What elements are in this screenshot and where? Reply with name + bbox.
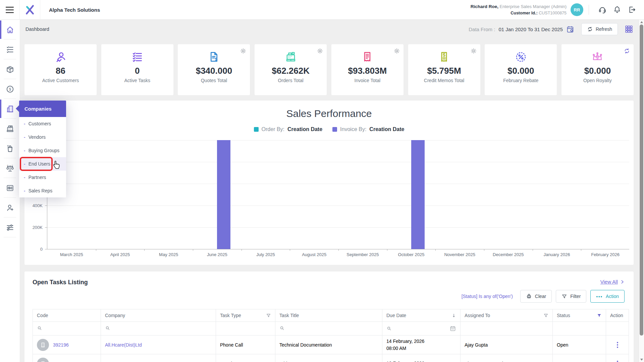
dashboard-grid-icon[interactable] [625, 25, 633, 34]
sidebar-item-accounting[interactable]: D C [0, 158, 20, 178]
calendar-icon[interactable] [449, 325, 456, 332]
search-icon [386, 326, 392, 331]
company-search-cell[interactable] [101, 322, 216, 336]
assigned-to-filter-cell[interactable] [461, 322, 553, 336]
building-icon [40, 361, 46, 362]
card-gear-icon[interactable] [317, 48, 323, 56]
calendar-settings-icon[interactable] [566, 25, 575, 34]
flyout-title: Companies [19, 101, 66, 117]
logout-icon[interactable] [625, 3, 639, 16]
col-status[interactable]: Status [553, 309, 606, 322]
user-info[interactable]: Richard Roe, Enterprise Sales Manager (A… [471, 3, 567, 16]
action-button[interactable]: ••• Action [590, 290, 625, 303]
x-axis-tick-label: July 2025 [241, 252, 290, 257]
open-tasks-card: Open Tasks Listing View All [Status] Is … [24, 272, 634, 362]
sales-performance-card: Sales Performance Order By: Creation Dat… [24, 101, 634, 265]
kpi-credit-memos-total: $ $5.795M Credit Memos Total [408, 44, 480, 95]
svg-text:$: $ [9, 87, 11, 91]
col-code[interactable]: Code [33, 309, 101, 322]
sidebar-item-purchases[interactable] [0, 138, 20, 158]
avatar[interactable]: RR [571, 3, 583, 16]
card-refresh-icon[interactable] [624, 48, 630, 56]
col-company[interactable]: Company [101, 309, 216, 322]
svg-text:$: $ [443, 52, 445, 58]
chart-title: Sales Performance [24, 108, 634, 119]
sidebar-item-pricing[interactable]: $ [0, 79, 20, 99]
flyout-item-buying-groups[interactable]: -Buying Groups [19, 144, 66, 157]
due-date-search-cell[interactable] [382, 322, 461, 336]
legend-order-by[interactable]: Order By: Creation Date [254, 126, 323, 132]
refresh-label: Refresh [596, 26, 612, 32]
legend-invoice-by[interactable]: Invoice By: Creation Date [332, 126, 404, 132]
flyout-item-vendors[interactable]: -Vendors [19, 130, 66, 144]
table-row[interactable]: 56577 BRITANNIA PHARMACIES Appointment a… [33, 354, 629, 362]
card-gear-icon[interactable] [470, 48, 477, 56]
filter-summary[interactable]: [Status] Is any of('Open') [462, 294, 513, 299]
flyout-item-sales-reps[interactable]: -Sales Reps [19, 184, 66, 197]
col-task-title[interactable]: Task Title [275, 309, 382, 322]
data-from-label: Data From : [469, 26, 495, 32]
funnel-icon[interactable] [266, 313, 271, 318]
chart-bar[interactable] [411, 140, 425, 249]
company-avatar [37, 358, 49, 362]
funnel-filled-icon[interactable] [597, 313, 602, 318]
filter-button[interactable]: Filter [556, 290, 586, 303]
sidebar-item-home[interactable] [0, 20, 20, 40]
col-assigned-to[interactable]: Assigned To [461, 309, 553, 322]
kpi-label: February Rebate [485, 78, 557, 84]
x-axis-tick-label: April 2025 [96, 252, 145, 257]
tasks-icon [131, 51, 144, 63]
row-actions-kebab-icon[interactable] [610, 361, 625, 362]
scroll-down-arrow-icon[interactable] [640, 359, 643, 361]
company-link[interactable]: All.Hcare(Dist)Ltd [105, 342, 142, 348]
company-link[interactable]: BRITANNIA PHARMACIES [105, 361, 162, 362]
gridline [47, 205, 629, 206]
sidebar-item-contacts[interactable] [0, 198, 20, 218]
task-code-link[interactable]: 392196 [53, 342, 69, 348]
code-search-cell[interactable] [33, 322, 101, 336]
scroll-up-arrow-icon[interactable] [640, 21, 643, 23]
sidebar-item-sales-orders[interactable] [0, 119, 20, 138]
kpi-active-tasks: 0 Active Tasks [101, 44, 173, 95]
sort-descending-icon[interactable] [451, 313, 456, 318]
task-type-filter-cell[interactable] [216, 322, 275, 336]
hamburger-menu-icon[interactable] [0, 0, 19, 20]
table-row[interactable]: 392196 All.Hcare(Dist)Ltd Phone Call Tec… [33, 336, 629, 354]
tasks-controls: [Status] Is any of('Open') Clear Filter … [462, 290, 625, 303]
chart-bar[interactable] [217, 140, 230, 249]
y-tickmark [45, 227, 47, 228]
legend-swatch-invoice [332, 127, 337, 132]
invoice-icon [361, 51, 374, 63]
col-task-type[interactable]: Task Type [216, 309, 275, 322]
card-gear-icon[interactable] [240, 48, 247, 56]
notifications-bell-icon[interactable] [610, 3, 625, 16]
y-axis-tick-label: 0 [40, 247, 43, 252]
app-logo[interactable] [19, 0, 40, 20]
annotation-highlight-box [20, 157, 53, 171]
refresh-button[interactable]: Refresh [581, 23, 618, 35]
task-code-link[interactable]: 56577 [53, 361, 66, 362]
sidebar-item-reports[interactable] [0, 178, 20, 198]
row-actions-kebab-icon[interactable] [610, 342, 625, 348]
chevron-right-icon [620, 280, 625, 284]
scrollbar-thumb[interactable] [640, 24, 643, 336]
sidebar-item-products[interactable] [0, 59, 20, 79]
status-filter-cell[interactable] [553, 322, 606, 336]
col-action: Action [606, 309, 629, 322]
card-gear-icon[interactable] [393, 48, 400, 56]
col-due-date[interactable]: Due Date [382, 309, 461, 322]
clear-button[interactable]: Clear [520, 290, 552, 303]
vertical-scrollbar[interactable] [639, 20, 644, 362]
task-title-search-cell[interactable] [275, 322, 382, 336]
search-icon [279, 325, 285, 331]
sidebar-item-preferences[interactable] [0, 218, 20, 237]
search-icon [105, 325, 110, 331]
view-all-link[interactable]: View All [600, 279, 625, 285]
funnel-icon[interactable] [543, 313, 548, 318]
sidebar-item-tasks[interactable] [0, 40, 20, 59]
kpi-label: Active Customers [24, 78, 97, 84]
kpi-value: 86 [24, 66, 97, 76]
support-headset-icon[interactable] [595, 3, 610, 16]
flyout-item-customers[interactable]: -Customers [19, 117, 66, 130]
flyout-item-partners[interactable]: -Partners [19, 171, 66, 184]
